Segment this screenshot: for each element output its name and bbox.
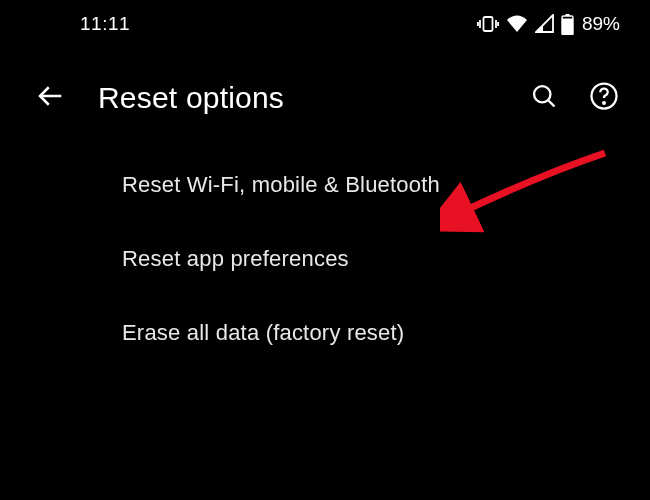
header-actions bbox=[528, 82, 620, 114]
option-label: Erase all data (factory reset) bbox=[122, 320, 404, 345]
option-reset-app-preferences[interactable]: Reset app preferences bbox=[0, 222, 650, 296]
status-time: 11:11 bbox=[80, 13, 130, 35]
wifi-icon bbox=[505, 14, 529, 34]
option-label: Reset Wi-Fi, mobile & Bluetooth bbox=[122, 172, 440, 197]
svg-line-10 bbox=[548, 100, 554, 106]
option-erase-all-data[interactable]: Erase all data (factory reset) bbox=[0, 296, 650, 370]
svg-point-12 bbox=[603, 102, 605, 104]
svg-point-9 bbox=[534, 86, 550, 102]
help-icon bbox=[589, 81, 619, 115]
back-arrow-icon bbox=[35, 81, 65, 115]
search-icon bbox=[530, 82, 558, 114]
battery-percent: 89% bbox=[582, 13, 620, 35]
status-bar: 11:11 bbox=[0, 0, 650, 48]
vibrate-icon bbox=[477, 14, 499, 34]
cellular-signal-icon bbox=[535, 14, 555, 34]
svg-rect-7 bbox=[562, 18, 573, 35]
battery-icon bbox=[561, 14, 574, 35]
help-button[interactable] bbox=[588, 82, 620, 114]
option-reset-wifi-mobile-bluetooth[interactable]: Reset Wi-Fi, mobile & Bluetooth bbox=[0, 148, 650, 222]
search-button[interactable] bbox=[528, 82, 560, 114]
status-right: 89% bbox=[477, 13, 620, 35]
svg-rect-0 bbox=[483, 17, 492, 31]
option-label: Reset app preferences bbox=[122, 246, 349, 271]
back-button[interactable] bbox=[30, 78, 70, 118]
header: Reset options bbox=[0, 48, 650, 138]
page-title: Reset options bbox=[98, 81, 500, 115]
options-list: Reset Wi-Fi, mobile & Bluetooth Reset ap… bbox=[0, 138, 650, 380]
